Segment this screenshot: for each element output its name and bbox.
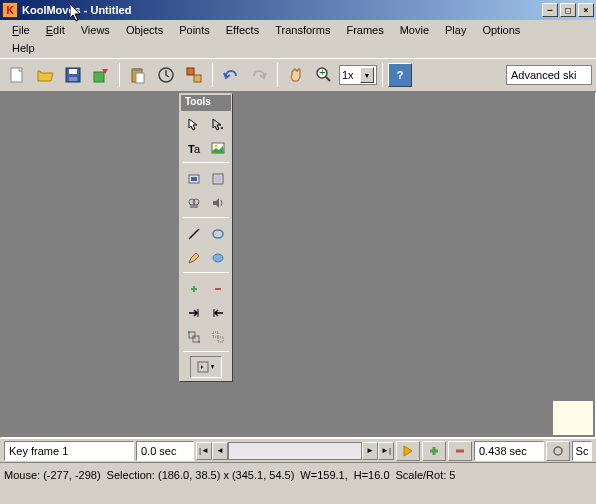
svg-point-38 <box>554 447 562 455</box>
paste-button[interactable] <box>125 62 151 88</box>
scene-label[interactable]: Sc <box>572 441 592 461</box>
arrow-left-tool[interactable] <box>207 302 229 324</box>
menu-objects[interactable]: Objects <box>118 22 171 38</box>
svg-rect-36 <box>218 337 223 342</box>
svg-rect-31 <box>189 332 195 338</box>
menu-file[interactable]: File <box>4 22 38 38</box>
zoom-select[interactable]: 1x▼ <box>339 65 377 85</box>
svg-rect-25 <box>190 205 198 208</box>
canvas-area[interactable]: Tools Ta <box>0 92 596 438</box>
prev-frame-button[interactable]: ◄ <box>212 442 228 460</box>
status-height: H=16.0 <box>354 469 390 481</box>
menu-frames[interactable]: Frames <box>338 22 391 38</box>
svg-point-14 <box>221 127 223 129</box>
svg-rect-22 <box>215 176 221 182</box>
svg-rect-32 <box>193 336 199 342</box>
history-button[interactable] <box>153 62 179 88</box>
svg-line-12 <box>326 77 330 81</box>
library-tool[interactable] <box>207 168 229 190</box>
zoom-button[interactable]: + <box>311 62 337 88</box>
close-button[interactable]: × <box>578 3 594 17</box>
subselect-tool[interactable] <box>207 113 229 135</box>
add-point-tool[interactable] <box>183 278 205 300</box>
ungroup-tool[interactable] <box>207 326 229 348</box>
add-frame-button[interactable] <box>422 441 446 461</box>
remove-frame-button[interactable] <box>448 441 472 461</box>
first-frame-button[interactable]: |◄ <box>196 442 212 460</box>
redo-button[interactable] <box>246 62 272 88</box>
svg-rect-3 <box>69 77 77 81</box>
options-tool[interactable] <box>190 356 222 378</box>
svg-rect-0 <box>11 68 22 82</box>
image-tool[interactable] <box>207 137 229 159</box>
svg-point-24 <box>193 199 199 205</box>
svg-line-26 <box>189 229 199 239</box>
skill-level-label[interactable]: Advanced ski <box>506 65 592 85</box>
layers-button[interactable] <box>181 62 207 88</box>
arrow-right-tool[interactable] <box>183 302 205 324</box>
svg-rect-7 <box>136 73 144 83</box>
loop-button[interactable] <box>546 441 570 461</box>
menu-help[interactable]: Help <box>4 40 43 56</box>
save-button[interactable] <box>60 62 86 88</box>
selection-tool[interactable] <box>183 113 205 135</box>
svg-rect-10 <box>194 75 201 82</box>
svg-text:+: + <box>319 66 325 78</box>
next-frame-button[interactable]: ► <box>362 442 378 460</box>
status-scale: Scale/Rot: 5 <box>396 469 456 481</box>
svg-rect-4 <box>94 72 104 82</box>
menu-edit[interactable]: Edit <box>38 22 73 38</box>
delete-point-tool[interactable] <box>207 278 229 300</box>
canvas-page <box>553 401 593 435</box>
svg-rect-20 <box>191 177 197 181</box>
keyframe-label[interactable]: Key frame 1 <box>4 441 134 461</box>
hand-button[interactable] <box>283 62 309 88</box>
tools-panel[interactable]: Tools Ta <box>179 93 233 382</box>
line-tool[interactable] <box>183 223 205 245</box>
minimize-button[interactable]: − <box>542 3 558 17</box>
menu-options[interactable]: Options <box>474 22 528 38</box>
component-tool[interactable] <box>183 168 205 190</box>
svg-point-27 <box>213 230 223 238</box>
group-tool[interactable] <box>183 326 205 348</box>
svg-rect-35 <box>213 332 218 337</box>
maximize-button[interactable]: □ <box>560 3 576 17</box>
help-button[interactable]: ? <box>388 63 412 87</box>
menu-movie[interactable]: Movie <box>392 22 437 38</box>
status-selection: Selection: (186.0, 38.5) x (345.1, 54.5) <box>107 469 295 481</box>
status-width: W=159.1, <box>300 469 347 481</box>
total-time-label: 0.438 sec <box>474 441 544 461</box>
undo-button[interactable] <box>218 62 244 88</box>
menu-transforms[interactable]: Transforms <box>267 22 338 38</box>
text-tool[interactable]: Ta <box>183 137 205 159</box>
svg-point-34 <box>198 341 200 343</box>
pen-tool[interactable] <box>183 247 205 269</box>
menu-views[interactable]: Views <box>73 22 118 38</box>
chevron-down-icon[interactable]: ▼ <box>360 67 374 83</box>
movieclip-tool[interactable] <box>183 192 205 214</box>
ellipse-tool[interactable] <box>207 223 229 245</box>
menu-play[interactable]: Play <box>437 22 474 38</box>
new-button[interactable] <box>4 62 30 88</box>
last-frame-button[interactable]: ►| <box>378 442 394 460</box>
open-button[interactable] <box>32 62 58 88</box>
svg-rect-6 <box>134 68 140 71</box>
time-label: 0.0 sec <box>136 441 194 461</box>
shape-tool[interactable] <box>207 247 229 269</box>
svg-text:a: a <box>194 143 201 155</box>
play-button[interactable] <box>396 441 420 461</box>
svg-rect-9 <box>187 68 194 75</box>
status-mouse: Mouse: (-277, -298) <box>4 469 101 481</box>
export-button[interactable] <box>88 62 114 88</box>
svg-rect-2 <box>69 69 77 74</box>
window-title: KoolMoves - Untitled <box>22 4 540 16</box>
svg-point-18 <box>215 145 218 148</box>
menu-effects[interactable]: Effects <box>218 22 267 38</box>
app-icon: K <box>2 2 18 18</box>
svg-point-33 <box>188 331 190 333</box>
sound-tool[interactable] <box>207 192 229 214</box>
tools-panel-title: Tools <box>181 95 231 111</box>
svg-point-28 <box>213 254 223 262</box>
timeline-slider[interactable] <box>228 442 362 460</box>
menu-points[interactable]: Points <box>171 22 218 38</box>
